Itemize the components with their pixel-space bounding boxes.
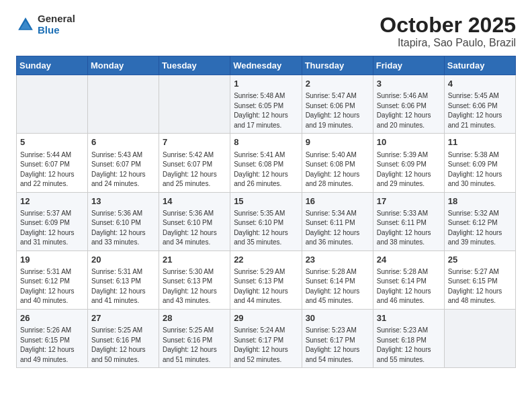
day-info: Sunrise: 5:23 AM Sunset: 6:17 PM Dayligh… <box>306 326 369 365</box>
day-info: Sunrise: 5:31 AM Sunset: 6:13 PM Dayligh… <box>91 267 155 306</box>
day-info: Sunrise: 5:28 AM Sunset: 6:14 PM Dayligh… <box>377 267 441 306</box>
calendar-cell: 2Sunrise: 5:47 AM Sunset: 6:06 PM Daylig… <box>302 75 373 134</box>
weekday-wednesday: Wednesday <box>230 56 302 75</box>
day-number: 3 <box>377 78 441 90</box>
logo: General Blue <box>16 13 75 36</box>
day-number: 17 <box>377 195 441 208</box>
day-info: Sunrise: 5:26 AM Sunset: 6:15 PM Dayligh… <box>20 326 84 365</box>
day-info: Sunrise: 5:24 AM Sunset: 6:17 PM Dayligh… <box>234 326 298 365</box>
day-info: Sunrise: 5:38 AM Sunset: 6:09 PM Dayligh… <box>448 150 512 189</box>
day-number: 26 <box>20 312 84 324</box>
day-number: 5 <box>20 136 84 148</box>
month-title: October 2025 <box>380 13 516 37</box>
weekday-friday: Friday <box>373 56 444 75</box>
calendar-cell: 7Sunrise: 5:42 AM Sunset: 6:07 PM Daylig… <box>159 134 230 192</box>
day-number: 15 <box>234 195 298 208</box>
day-info: Sunrise: 5:42 AM Sunset: 6:07 PM Dayligh… <box>163 150 226 189</box>
calendar-cell: 8Sunrise: 5:41 AM Sunset: 6:08 PM Daylig… <box>230 134 302 192</box>
day-number: 12 <box>20 195 84 208</box>
day-number: 25 <box>448 254 512 266</box>
calendar-cell: 25Sunrise: 5:27 AM Sunset: 6:15 PM Dayli… <box>444 250 515 309</box>
day-number: 10 <box>377 136 441 148</box>
day-info: Sunrise: 5:32 AM Sunset: 6:12 PM Dayligh… <box>448 209 512 248</box>
day-info: Sunrise: 5:36 AM Sunset: 6:10 PM Dayligh… <box>91 209 155 248</box>
week-row-5: 26Sunrise: 5:26 AM Sunset: 6:15 PM Dayli… <box>17 309 516 367</box>
day-number: 22 <box>234 254 298 266</box>
day-number: 24 <box>377 254 441 266</box>
day-number: 23 <box>306 254 369 266</box>
day-info: Sunrise: 5:47 AM Sunset: 6:06 PM Dayligh… <box>306 91 369 130</box>
calendar-cell: 27Sunrise: 5:25 AM Sunset: 6:16 PM Dayli… <box>88 309 159 367</box>
day-number: 19 <box>20 254 84 266</box>
day-number: 8 <box>234 136 298 148</box>
day-number: 1 <box>234 78 298 90</box>
calendar-table: SundayMondayTuesdayWednesdayThursdayFrid… <box>16 56 516 368</box>
weekday-thursday: Thursday <box>302 56 373 75</box>
day-info: Sunrise: 5:25 AM Sunset: 6:16 PM Dayligh… <box>163 326 226 365</box>
day-number: 11 <box>448 136 512 148</box>
weekday-sunday: Sunday <box>17 56 88 75</box>
day-info: Sunrise: 5:27 AM Sunset: 6:15 PM Dayligh… <box>448 267 512 306</box>
calendar-cell: 16Sunrise: 5:34 AM Sunset: 6:11 PM Dayli… <box>302 192 373 250</box>
calendar-cell: 1Sunrise: 5:48 AM Sunset: 6:05 PM Daylig… <box>230 75 302 134</box>
day-number: 21 <box>163 254 226 266</box>
day-number: 14 <box>163 195 226 208</box>
day-number: 18 <box>448 195 512 208</box>
day-info: Sunrise: 5:28 AM Sunset: 6:14 PM Dayligh… <box>306 267 369 306</box>
day-info: Sunrise: 5:39 AM Sunset: 6:09 PM Dayligh… <box>377 150 441 189</box>
week-row-4: 19Sunrise: 5:31 AM Sunset: 6:12 PM Dayli… <box>17 250 516 309</box>
day-number: 4 <box>448 78 512 90</box>
page-header: General Blue October 2025 Itapira, Sao P… <box>16 13 516 49</box>
calendar-cell: 15Sunrise: 5:35 AM Sunset: 6:10 PM Dayli… <box>230 192 302 250</box>
calendar-cell <box>159 75 230 134</box>
calendar-cell: 23Sunrise: 5:28 AM Sunset: 6:14 PM Dayli… <box>302 250 373 309</box>
weekday-monday: Monday <box>88 56 159 75</box>
calendar-cell: 30Sunrise: 5:23 AM Sunset: 6:17 PM Dayli… <box>302 309 373 367</box>
day-number: 6 <box>91 136 155 148</box>
weekday-saturday: Saturday <box>444 56 515 75</box>
weekday-tuesday: Tuesday <box>159 56 230 75</box>
location-title: Itapira, Sao Paulo, Brazil <box>380 37 516 49</box>
calendar-cell: 31Sunrise: 5:23 AM Sunset: 6:18 PM Dayli… <box>373 309 444 367</box>
day-info: Sunrise: 5:31 AM Sunset: 6:12 PM Dayligh… <box>20 267 84 306</box>
calendar-cell <box>444 309 515 367</box>
day-info: Sunrise: 5:23 AM Sunset: 6:18 PM Dayligh… <box>377 326 441 365</box>
week-row-3: 12Sunrise: 5:37 AM Sunset: 6:09 PM Dayli… <box>17 192 516 250</box>
calendar-cell: 5Sunrise: 5:44 AM Sunset: 6:07 PM Daylig… <box>17 134 88 192</box>
calendar-cell <box>88 75 159 134</box>
calendar-cell: 28Sunrise: 5:25 AM Sunset: 6:16 PM Dayli… <box>159 309 230 367</box>
calendar-cell: 12Sunrise: 5:37 AM Sunset: 6:09 PM Dayli… <box>17 192 88 250</box>
day-info: Sunrise: 5:29 AM Sunset: 6:13 PM Dayligh… <box>234 267 298 306</box>
day-info: Sunrise: 5:44 AM Sunset: 6:07 PM Dayligh… <box>20 150 84 189</box>
calendar-cell: 21Sunrise: 5:30 AM Sunset: 6:13 PM Dayli… <box>159 250 230 309</box>
day-info: Sunrise: 5:34 AM Sunset: 6:11 PM Dayligh… <box>306 209 369 248</box>
calendar-cell: 4Sunrise: 5:45 AM Sunset: 6:06 PM Daylig… <box>444 75 515 134</box>
day-number: 2 <box>306 78 369 90</box>
logo-general: General <box>38 13 75 25</box>
calendar-cell: 3Sunrise: 5:46 AM Sunset: 6:06 PM Daylig… <box>373 75 444 134</box>
day-number: 31 <box>377 312 441 324</box>
day-number: 30 <box>306 312 369 324</box>
calendar-cell: 22Sunrise: 5:29 AM Sunset: 6:13 PM Dayli… <box>230 250 302 309</box>
day-info: Sunrise: 5:36 AM Sunset: 6:10 PM Dayligh… <box>163 209 226 248</box>
week-row-2: 5Sunrise: 5:44 AM Sunset: 6:07 PM Daylig… <box>17 134 516 192</box>
calendar-cell: 14Sunrise: 5:36 AM Sunset: 6:10 PM Dayli… <box>159 192 230 250</box>
day-info: Sunrise: 5:35 AM Sunset: 6:10 PM Dayligh… <box>234 209 298 248</box>
day-info: Sunrise: 5:43 AM Sunset: 6:07 PM Dayligh… <box>91 150 155 189</box>
title-block: October 2025 Itapira, Sao Paulo, Brazil <box>380 13 516 49</box>
calendar-cell: 11Sunrise: 5:38 AM Sunset: 6:09 PM Dayli… <box>444 134 515 192</box>
calendar-cell: 24Sunrise: 5:28 AM Sunset: 6:14 PM Dayli… <box>373 250 444 309</box>
calendar-cell: 6Sunrise: 5:43 AM Sunset: 6:07 PM Daylig… <box>88 134 159 192</box>
day-info: Sunrise: 5:30 AM Sunset: 6:13 PM Dayligh… <box>163 267 226 306</box>
logo-blue: Blue <box>38 25 75 36</box>
day-number: 29 <box>234 312 298 324</box>
day-info: Sunrise: 5:25 AM Sunset: 6:16 PM Dayligh… <box>91 326 155 365</box>
calendar-cell: 19Sunrise: 5:31 AM Sunset: 6:12 PM Dayli… <box>17 250 88 309</box>
week-row-1: 1Sunrise: 5:48 AM Sunset: 6:05 PM Daylig… <box>17 75 516 134</box>
calendar-cell: 18Sunrise: 5:32 AM Sunset: 6:12 PM Dayli… <box>444 192 515 250</box>
day-info: Sunrise: 5:41 AM Sunset: 6:08 PM Dayligh… <box>234 150 298 189</box>
calendar-cell: 20Sunrise: 5:31 AM Sunset: 6:13 PM Dayli… <box>88 250 159 309</box>
day-number: 20 <box>91 254 155 266</box>
day-info: Sunrise: 5:46 AM Sunset: 6:06 PM Dayligh… <box>377 91 441 130</box>
calendar-cell: 29Sunrise: 5:24 AM Sunset: 6:17 PM Dayli… <box>230 309 302 367</box>
